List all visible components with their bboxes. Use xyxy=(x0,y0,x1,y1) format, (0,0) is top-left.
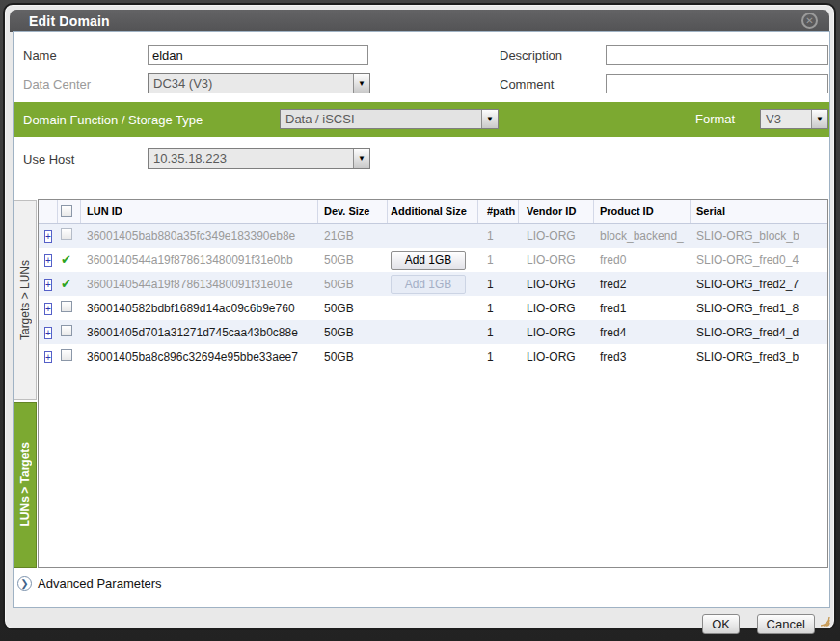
col-lun-id: LUN ID xyxy=(81,200,318,223)
col-serial: Serial xyxy=(691,200,828,223)
path-cell: 1 xyxy=(478,326,519,339)
format-value: V3 xyxy=(761,112,811,126)
table-row[interactable]: + 36001405ba8c896c32694e95bbe33aee7 50GB… xyxy=(39,344,827,368)
add-1gb-button[interactable]: Add 1GB xyxy=(391,251,466,270)
vendor-cell: LIO-ORG xyxy=(519,302,594,315)
dialog-titlebar[interactable]: Edit Domain ✕ xyxy=(10,10,829,32)
vendor-cell: LIO-ORG xyxy=(519,326,594,339)
domain-function-value: Data / iSCSI xyxy=(281,112,481,126)
use-host-value: 10.35.18.223 xyxy=(149,151,353,166)
domain-function-label: Domain Function / Storage Type xyxy=(14,113,203,127)
data-center-value: DC34 (V3) xyxy=(149,76,353,91)
vendor-cell: LIO-ORG xyxy=(519,254,594,267)
product-cell: fred2 xyxy=(594,278,691,291)
expand-icon[interactable]: + xyxy=(44,254,52,267)
serial-cell: SLIO-ORG_fred4_d xyxy=(691,326,828,339)
product-cell: fred4 xyxy=(594,326,691,339)
serial-cell: SLIO-ORG_fred3_b xyxy=(691,350,828,363)
expand-arrow-icon: ❯ xyxy=(17,576,32,591)
expander-column-spacer xyxy=(39,200,58,223)
serial-cell: SLIO-ORG_block_b xyxy=(691,229,828,243)
chevron-down-icon: ▼ xyxy=(353,74,369,93)
expand-icon[interactable]: + xyxy=(44,279,52,291)
advanced-parameters-expander[interactable]: ❯ Advanced Parameters xyxy=(17,576,162,591)
cancel-button[interactable]: Cancel xyxy=(757,614,815,634)
name-label: Name xyxy=(23,48,57,63)
format-label: Format xyxy=(695,112,735,126)
dev-size-cell: 50GB xyxy=(318,350,388,363)
data-center-label: Data Center xyxy=(23,77,91,92)
dialog-title: Edit Domain xyxy=(10,13,110,29)
expand-icon[interactable]: + xyxy=(44,230,52,243)
use-host-label: Use Host xyxy=(23,152,74,167)
product-cell: block_backend_ xyxy=(594,229,691,243)
path-cell: 1 xyxy=(478,229,519,243)
dev-size-cell: 21GB xyxy=(318,229,388,243)
vendor-cell: LIO-ORG xyxy=(519,278,594,291)
row-checkbox[interactable] xyxy=(61,228,72,240)
serial-cell: SLIO-ORG_fred0_4 xyxy=(691,254,828,267)
serial-cell: SLIO-ORG_fred2_7 xyxy=(691,278,828,291)
format-select[interactable]: V3 ▼ xyxy=(760,109,828,129)
domain-function-select[interactable]: Data / iSCSI ▼ xyxy=(280,109,499,129)
description-input[interactable] xyxy=(606,45,828,65)
screen-background: Edit Domain ✕ Name Description Data Cent… xyxy=(0,0,840,641)
col-vendor-id: Vendor ID xyxy=(519,200,594,223)
use-host-select[interactable]: 10.35.18.223 ▼ xyxy=(148,148,370,169)
table-row[interactable]: + 36001405bab880a35fc349e183390eb8e 21GB… xyxy=(39,224,827,248)
lun-id-cell: 36001405bab880a35fc349e183390eb8e xyxy=(81,229,318,243)
col-path: #path xyxy=(478,200,519,223)
lun-id-cell: 3600140544a19f878613480091f31e0bb xyxy=(81,254,318,267)
expand-icon[interactable]: + xyxy=(44,327,52,339)
attached-check-icon: ✔ xyxy=(61,277,71,291)
path-cell: 1 xyxy=(478,254,519,267)
serial-cell: SLIO-ORG_fred1_8 xyxy=(691,302,828,315)
comment-input[interactable] xyxy=(606,74,828,93)
row-checkbox[interactable] xyxy=(61,301,72,312)
row-checkbox[interactable] xyxy=(61,349,72,361)
close-icon[interactable]: ✕ xyxy=(801,13,818,29)
ok-button[interactable]: OK xyxy=(702,614,740,634)
path-cell: 1 xyxy=(478,302,519,315)
tab-luns-targets[interactable]: LUNs > Targets xyxy=(14,402,37,568)
expand-icon[interactable]: + xyxy=(44,351,52,363)
lun-id-cell: 3600140544a19f878613480091f31e01e xyxy=(81,278,318,291)
lun-table-header: LUN ID Dev. Size Additional Size #path V… xyxy=(39,200,827,224)
row-checkbox[interactable] xyxy=(61,325,72,336)
product-cell: fred3 xyxy=(594,350,691,363)
path-cell: 1 xyxy=(478,278,519,291)
table-row[interactable]: + ✔ 3600140544a19f878613480091f31e01e 50… xyxy=(39,272,827,296)
data-center-select[interactable]: DC34 (V3) ▼ xyxy=(148,73,370,93)
vendor-cell: LIO-ORG xyxy=(519,229,594,243)
vendor-cell: LIO-ORG xyxy=(519,350,594,363)
comment-label: Comment xyxy=(500,77,554,92)
select-all-checkbox[interactable] xyxy=(61,205,72,217)
product-cell: fred0 xyxy=(594,254,691,267)
table-row[interactable]: + 36001405d701a31271d745caa43b0c88e 50GB… xyxy=(39,320,827,344)
advanced-parameters-label: Advanced Parameters xyxy=(38,576,162,591)
expand-icon[interactable]: + xyxy=(44,303,52,315)
chevron-down-icon: ▼ xyxy=(353,149,369,168)
lun-id-cell: 3600140582bdbf1689d14ac09c6b9e760 xyxy=(81,302,318,315)
description-label: Description xyxy=(500,48,562,63)
lun-id-cell: 36001405ba8c896c32694e95bbe33aee7 xyxy=(81,350,318,363)
dev-size-cell: 50GB xyxy=(318,302,388,315)
edit-domain-dialog: Edit Domain ✕ Name Description Data Cent… xyxy=(3,3,836,630)
tab-targets-luns[interactable]: Targets > LUNs xyxy=(14,200,37,400)
chevron-down-icon: ▼ xyxy=(811,110,827,128)
product-cell: fred1 xyxy=(594,302,691,315)
col-dev-size: Dev. Size xyxy=(318,200,388,223)
add-1gb-button-disabled: Add 1GB xyxy=(391,275,466,294)
dev-size-cell: 50GB xyxy=(318,278,388,291)
name-input[interactable] xyxy=(148,45,368,65)
table-row[interactable]: + 3600140582bdbf1689d14ac09c6b9e760 50GB… xyxy=(39,296,827,320)
chevron-down-icon: ▼ xyxy=(481,110,498,128)
dialog-content-panel: Name Description Data Center DC34 (V3) ▼… xyxy=(13,31,830,608)
attached-check-icon: ✔ xyxy=(61,253,71,267)
lun-table: LUN ID Dev. Size Additional Size #path V… xyxy=(38,199,828,568)
table-row[interactable]: + ✔ 3600140544a19f878613480091f31e0bb 50… xyxy=(39,248,827,272)
resize-grip-icon[interactable] xyxy=(815,611,830,627)
lun-id-cell: 36001405d701a31271d745caa43b0c88e xyxy=(81,326,318,339)
col-product-id: Product ID xyxy=(594,200,691,223)
path-cell: 1 xyxy=(478,350,519,363)
